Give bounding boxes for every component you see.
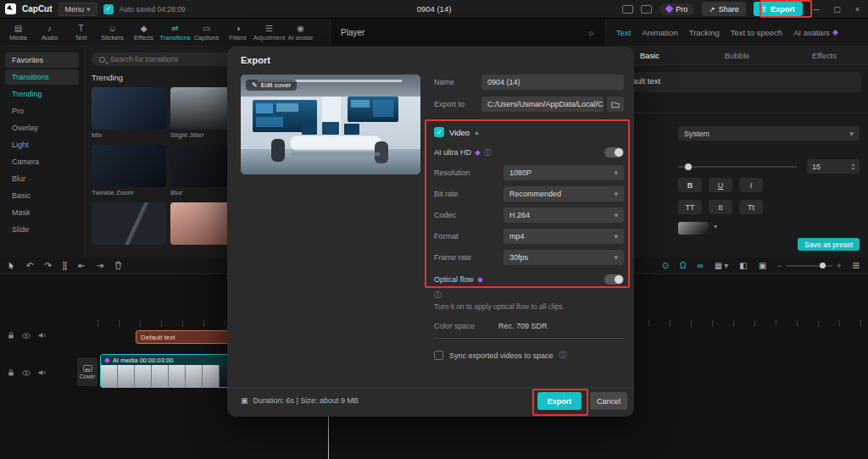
bitrate-select[interactable]: Recommended▾ bbox=[504, 186, 624, 202]
magnet-icon[interactable]: Ω bbox=[680, 262, 686, 270]
trim-left-icon[interactable]: ⇤ bbox=[78, 262, 85, 270]
display-icon[interactable] bbox=[641, 5, 652, 14]
video-checkbox[interactable]: ✓ bbox=[434, 127, 444, 137]
font-size-stepper[interactable]: 15 ▴▾ bbox=[807, 159, 860, 174]
snap-icon[interactable]: ⊙ bbox=[662, 262, 669, 270]
eye-icon[interactable] bbox=[22, 333, 31, 339]
tab-ai-avatars[interactable]: AI avatars bbox=[793, 28, 837, 37]
sync-checkbox[interactable] bbox=[434, 351, 443, 360]
ribbon-tab-text[interactable]: TText bbox=[66, 24, 96, 41]
fit-timeline-icon[interactable]: ⊞ bbox=[853, 262, 860, 270]
slider-knob[interactable] bbox=[685, 163, 692, 170]
mute-icon[interactable] bbox=[38, 369, 46, 376]
preview-axis-icon[interactable]: ▣ bbox=[759, 262, 766, 270]
share-button[interactable]: ↗ Share bbox=[702, 2, 746, 16]
ribbon-tab-effects[interactable]: ◆Effects bbox=[129, 24, 159, 41]
sidebar-item-pro[interactable]: Pro bbox=[5, 103, 79, 119]
link-icon[interactable]: ∞ bbox=[698, 262, 704, 270]
ai-ultra-hd-toggle[interactable] bbox=[604, 147, 624, 158]
codec-select[interactable]: H.264▾ bbox=[504, 207, 624, 223]
minimize-button[interactable]: ─ bbox=[810, 5, 822, 14]
sidebar-item-transitions[interactable]: Transitions bbox=[5, 69, 79, 85]
ribbon-tab-audio[interactable]: ♪Audio bbox=[35, 24, 64, 41]
maximize-button[interactable]: ▢ bbox=[830, 5, 844, 14]
text-content-field[interactable]: Default text bbox=[613, 72, 861, 92]
bold-button[interactable]: B bbox=[678, 178, 702, 192]
ribbon-tab-media[interactable]: ▤Media bbox=[3, 24, 33, 41]
folder-icon[interactable] bbox=[607, 97, 624, 112]
delete-icon[interactable] bbox=[114, 261, 122, 270]
lock-icon[interactable] bbox=[8, 368, 14, 377]
ribbon-tab-ai-avatar[interactable]: ◉AI avatar bbox=[286, 24, 315, 41]
pro-badge[interactable]: Pro bbox=[659, 3, 694, 15]
ribbon-tab-filters[interactable]: ◑Filters bbox=[223, 24, 253, 41]
split-icon[interactable]: ][ bbox=[63, 262, 68, 270]
mask-view-icon[interactable]: ◧ bbox=[739, 262, 747, 270]
sidebar-item-blur[interactable]: Blur bbox=[5, 171, 79, 186]
sidebar-item-camera[interactable]: Camera bbox=[5, 154, 79, 169]
edit-cover-button[interactable]: ✎ Edit cover bbox=[246, 80, 297, 91]
ribbon-tab-captions[interactable]: ▭Captions bbox=[192, 24, 221, 41]
subtab-effects[interactable]: Effects bbox=[781, 51, 868, 60]
titlecase-button[interactable]: Tt bbox=[739, 200, 763, 214]
export-path-input[interactable]: C:/Users/Usman/AppData/Local/CapCut/... bbox=[481, 97, 604, 112]
zoom-out-icon[interactable]: − bbox=[777, 262, 782, 270]
sidebar-item-light[interactable]: Light bbox=[5, 137, 79, 152]
menu-button[interactable]: Menu ▾ bbox=[58, 3, 97, 16]
name-input[interactable]: 0904 (14) bbox=[481, 75, 624, 90]
export-button-top[interactable]: ⇧ Export bbox=[754, 2, 803, 16]
zoom-knob[interactable] bbox=[820, 263, 826, 268]
italic-button[interactable]: I bbox=[739, 178, 763, 192]
lowercase-button[interactable]: tt bbox=[709, 200, 732, 214]
player-settings-gear-icon[interactable]: ☼ bbox=[587, 28, 595, 37]
save-as-preset-button[interactable]: Save as preset bbox=[798, 238, 860, 251]
undo-icon[interactable]: ↶ bbox=[26, 262, 33, 270]
close-button[interactable]: × bbox=[852, 5, 863, 14]
cancel-button[interactable]: Cancel bbox=[590, 392, 627, 410]
select-tool-icon[interactable] bbox=[8, 262, 15, 270]
transition-thumbnail[interactable] bbox=[92, 145, 166, 187]
ribbon-tab-transitions[interactable]: ⇌Transitions bbox=[160, 24, 190, 41]
resolution-select[interactable]: 1080P▾ bbox=[504, 165, 624, 180]
transition-item[interactable]: Twinkle Zoom bbox=[92, 145, 166, 196]
transition-thumbnail[interactable] bbox=[92, 87, 166, 130]
text-clip[interactable]: Default text bbox=[136, 330, 231, 344]
redo-icon[interactable]: ↷ bbox=[44, 262, 51, 270]
ribbon-tab-adjustment[interactable]: ☰Adjustment bbox=[254, 24, 284, 41]
export-confirm-button[interactable]: Export bbox=[537, 392, 581, 410]
view-options-button[interactable]: ▦▾ bbox=[715, 262, 728, 270]
uppercase-button[interactable]: TT bbox=[678, 200, 702, 214]
transition-thumbnail[interactable] bbox=[92, 202, 166, 245]
chevron-down-icon[interactable]: ▾ bbox=[714, 223, 717, 230]
mute-icon[interactable] bbox=[38, 332, 46, 339]
sidebar-item-favorites[interactable]: Favorites bbox=[5, 53, 79, 68]
sidebar-item-overlay[interactable]: Overlay bbox=[5, 120, 79, 135]
zoom-in-icon[interactable]: + bbox=[837, 262, 841, 270]
eye-icon[interactable] bbox=[22, 370, 31, 376]
trim-right-icon[interactable]: ⇥ bbox=[97, 262, 103, 270]
stepper-arrows[interactable]: ▴▾ bbox=[852, 163, 854, 171]
zoom-slider[interactable] bbox=[786, 265, 832, 267]
font-family-select[interactable]: System ▾ bbox=[678, 126, 860, 141]
lock-icon[interactable] bbox=[8, 331, 14, 340]
text-color-swatch[interactable] bbox=[678, 222, 709, 235]
sidebar-item-mask[interactable]: Mask bbox=[5, 205, 79, 220]
transition-item[interactable]: Mix bbox=[92, 87, 166, 139]
font-size-slider[interactable] bbox=[678, 166, 797, 168]
ribbon-tab-stickers[interactable]: ☺Stickers bbox=[97, 24, 127, 41]
subtab-bubble[interactable]: Bubble bbox=[693, 51, 781, 60]
sidebar-item-trending[interactable]: Trending bbox=[5, 86, 79, 102]
tab-tracking[interactable]: Tracking bbox=[689, 28, 720, 37]
framerate-select[interactable]: 30fps▾ bbox=[504, 250, 624, 265]
tab-text[interactable]: Text bbox=[616, 28, 631, 37]
chevron-up-icon[interactable]: ▴ bbox=[475, 128, 479, 136]
cover-button[interactable]: Cover bbox=[77, 357, 97, 386]
tab-text-to-speech[interactable]: Text to speech bbox=[731, 28, 782, 37]
sidebar-item-slide[interactable]: Slide bbox=[5, 222, 79, 237]
format-select[interactable]: mp4▾ bbox=[504, 229, 624, 244]
sidebar-item-basic[interactable]: Basic bbox=[5, 188, 79, 203]
transition-item[interactable] bbox=[92, 202, 166, 254]
optical-flow-toggle[interactable] bbox=[604, 274, 624, 285]
tab-animation[interactable]: Animation bbox=[642, 28, 677, 37]
layout-icon[interactable] bbox=[622, 5, 633, 14]
